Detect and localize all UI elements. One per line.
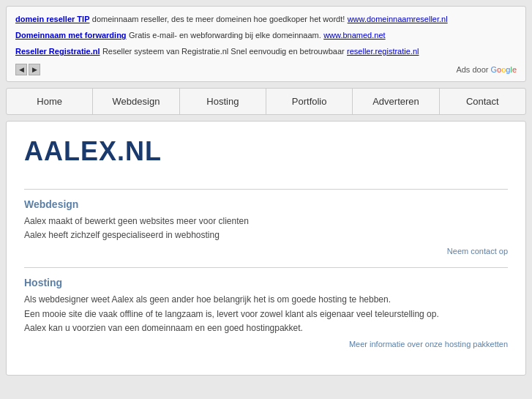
main-content: AALEX.NL Webdesign Aalex maakt of bewerk… bbox=[6, 121, 526, 376]
hosting-section: Hosting Als webdesigner weet Aalex als g… bbox=[24, 267, 508, 348]
nav-portfolio[interactable]: Portfolio bbox=[266, 89, 353, 114]
hosting-line-1: Als webdesigner weet Aalex als geen ande… bbox=[24, 293, 508, 307]
nav-bar: Home Webdesign Hosting Portfolio Adverte… bbox=[6, 88, 526, 115]
ad2-bold[interactable]: Domeinnaam met forwarding bbox=[15, 31, 127, 40]
ad1-bold[interactable]: domein reseller TIP bbox=[15, 15, 89, 23]
prev-arrow[interactable]: ◀ bbox=[15, 64, 27, 75]
webdesign-line-2: Aalex heeft zichzelf gespecialiseerd in … bbox=[24, 228, 508, 242]
ad-bar: domein reseller TIP domeinnaam reseller,… bbox=[6, 6, 526, 82]
hosting-text: Als webdesigner weet Aalex als geen ande… bbox=[24, 293, 508, 335]
ad-line-1: domein reseller TIP domeinnaam reseller,… bbox=[15, 12, 517, 26]
webdesign-line-1: Aalex maakt of bewerkt geen websites mee… bbox=[24, 215, 508, 228]
webdesign-text: Aalex maakt of bewerkt geen websites mee… bbox=[24, 215, 508, 242]
ad3-link[interactable]: reseller.registratie.nl bbox=[347, 47, 419, 56]
nav-hosting[interactable]: Hosting bbox=[180, 89, 266, 114]
hosting-title: Hosting bbox=[24, 277, 508, 288]
webdesign-title: Webdesign bbox=[24, 198, 508, 210]
ad-nav-arrows: ◀ ▶ bbox=[15, 64, 40, 75]
nav-contact[interactable]: Contact bbox=[440, 89, 525, 114]
ads-google-label: Ads door Google bbox=[456, 65, 517, 74]
google-logo: Google bbox=[490, 65, 517, 74]
ad3-text: Reseller systeem van Registratie.nl Snel… bbox=[102, 47, 345, 56]
ad-line-3: Reseller Registratie.nl Reseller systeem… bbox=[15, 45, 517, 58]
site-title: AALEX.NL bbox=[24, 136, 508, 167]
ad1-link[interactable]: www.domeinnaamreseller.nl bbox=[348, 15, 448, 23]
ad1-text: domeinnaam reseller, des te meer domeine… bbox=[92, 15, 345, 23]
ad3-bold[interactable]: Reseller Registratie.nl bbox=[15, 47, 100, 56]
ad-line-2: Domeinnaam met forwarding Gratis e-mail-… bbox=[15, 29, 517, 42]
nav-adverteren[interactable]: Adverteren bbox=[353, 89, 439, 114]
nav-home[interactable]: Home bbox=[7, 89, 93, 114]
next-arrow[interactable]: ▶ bbox=[29, 64, 40, 75]
hosting-line-2: Een mooie site die vaak offline of te la… bbox=[24, 307, 508, 321]
webdesign-contact-link[interactable]: Neem contact op bbox=[24, 247, 508, 256]
nav-webdesign[interactable]: Webdesign bbox=[93, 89, 179, 114]
hosting-line-3: Aalex kan u voorzien van een domeinnaam … bbox=[24, 321, 508, 335]
ad2-link[interactable]: www.bnamed.net bbox=[323, 31, 385, 40]
hosting-more-link[interactable]: Meer informatie over onze hosting pakket… bbox=[24, 340, 508, 348]
ads-label: Ads door bbox=[456, 65, 488, 74]
ad2-text: Gratis e-mail- en webforwarding bij elke… bbox=[129, 31, 321, 40]
webdesign-section: Webdesign Aalex maakt of bewerkt geen we… bbox=[24, 189, 508, 256]
